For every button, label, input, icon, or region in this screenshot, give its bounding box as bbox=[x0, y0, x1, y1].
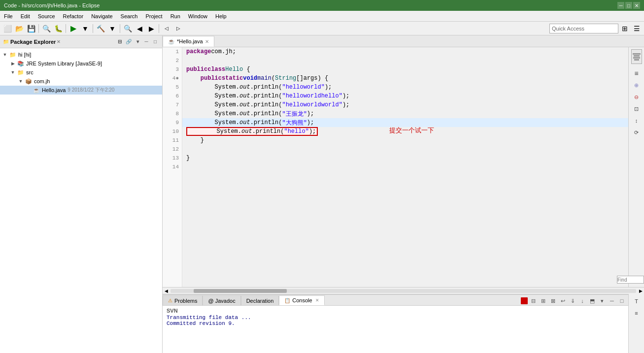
editor-area[interactable]: 1 2 3 4● 5 6 7 8 9 10 11 12 13 14 bbox=[163, 47, 628, 287]
editor-tab-close[interactable]: ✕ bbox=[205, 39, 209, 44]
code-line-2[interactable] bbox=[182, 56, 628, 65]
toolbar-prev-edit-btn[interactable]: ◁ bbox=[161, 23, 172, 34]
toolbar-search-btn[interactable]: 🔍 bbox=[122, 23, 133, 34]
menu-search[interactable]: Search bbox=[117, 11, 142, 21]
pkg-max-btn[interactable]: □ bbox=[151, 38, 159, 46]
rt-btn-5[interactable]: ↕ bbox=[631, 115, 642, 126]
tree-item-hellojava[interactable]: ▶ ☕ Hello.java 9 2018/1/22 下午2:20 bbox=[0, 86, 162, 95]
line-num-7: 7 bbox=[163, 100, 182, 109]
bottom-panel: ⚠ Problems @ Javadoc Declaration 📋 Conso… bbox=[163, 294, 644, 353]
toolbar-build-drop[interactable]: ▼ bbox=[107, 23, 118, 34]
rt-btn-4[interactable]: ⊡ bbox=[631, 103, 642, 114]
rt-outline-btn[interactable] bbox=[631, 49, 642, 64]
console-btn-6[interactable]: ↓ bbox=[578, 296, 587, 305]
code-line-5[interactable]: System.out.println("helloworld"); bbox=[182, 83, 628, 92]
code-line-8[interactable]: System.out.println("王振龙"); bbox=[182, 109, 628, 118]
tree-item-comjh[interactable]: ▼ 📦 com.jh bbox=[0, 77, 162, 86]
toolbar-view-btn[interactable]: ☰ bbox=[631, 23, 642, 34]
code-line-10[interactable]: System.out.println("hello"); 提交一个试一下 bbox=[182, 127, 628, 136]
pkg-menu-btn[interactable]: ▾ bbox=[134, 38, 141, 46]
code-line-12[interactable] bbox=[182, 145, 628, 154]
left-panel: 📁 Package Explorer ✕ ⊟ 🔗 ▾ ─ □ ▼ 📁 hi [h… bbox=[0, 35, 163, 353]
menu-source[interactable]: Source bbox=[34, 11, 59, 21]
console-btn-5[interactable]: ⇓ bbox=[568, 296, 577, 305]
bottom-tab-javadoc[interactable]: @ Javadoc bbox=[203, 295, 240, 305]
console-btn-3[interactable]: ⊠ bbox=[548, 296, 557, 305]
pkg-min-btn[interactable]: ─ bbox=[142, 38, 150, 46]
scroll-right-btn[interactable]: ▶ bbox=[637, 288, 644, 294]
menu-navigate[interactable]: Navigate bbox=[87, 11, 116, 21]
menu-help[interactable]: Help bbox=[211, 11, 231, 21]
code-line-4[interactable]: public static void main(String[]args) { bbox=[182, 74, 628, 83]
line-numbers: 1 2 3 4● 5 6 7 8 9 10 11 12 13 14 bbox=[163, 47, 182, 287]
code-line-11[interactable]: } bbox=[182, 136, 628, 145]
console-min-btn[interactable]: ─ bbox=[608, 296, 616, 305]
tree-item-jre[interactable]: ▶ 📚 JRE System Library [JavaSE-9] bbox=[0, 59, 162, 68]
toolbar-new-btn[interactable]: ⬜ bbox=[2, 23, 13, 34]
title-bar-controls[interactable]: ─ □ ✕ bbox=[617, 2, 640, 9]
toolbar-btn-2[interactable]: 🔍 bbox=[41, 23, 52, 34]
quick-access-box[interactable]: Quick Access bbox=[549, 24, 618, 33]
close-button[interactable]: ✕ bbox=[633, 2, 640, 9]
toolbar-back-btn[interactable]: ◀ bbox=[134, 23, 145, 34]
menu-edit[interactable]: Edit bbox=[17, 11, 34, 21]
toolbar-next-edit-btn[interactable]: ▷ bbox=[173, 23, 184, 34]
title-text: Code - hi/src/com/jh/Hello.java - Eclips… bbox=[4, 2, 100, 8]
console-stop-btn[interactable] bbox=[521, 297, 528, 304]
toolbar-save-btn[interactable]: 💾 bbox=[26, 23, 36, 34]
toolbar-run-drop[interactable]: ▼ bbox=[80, 23, 91, 34]
quick-access-label: Quick Access bbox=[552, 26, 584, 32]
code-line-13[interactable]: } bbox=[182, 154, 628, 162]
horizontal-scrollbar[interactable]: ◀ ▶ bbox=[163, 287, 644, 294]
rt-btn-2[interactable]: ⊕ bbox=[631, 80, 642, 91]
toolbar-build-btn[interactable]: 🔨 bbox=[95, 23, 106, 34]
menu-refactor[interactable]: Refactor bbox=[59, 11, 88, 21]
toolbar-perspective-btn[interactable]: ⊞ bbox=[619, 23, 630, 34]
pkg-collapse-btn[interactable]: ⊟ bbox=[116, 38, 124, 46]
minimize-button[interactable]: ─ bbox=[617, 2, 624, 9]
pkg-link-btn[interactable]: 🔗 bbox=[125, 38, 133, 46]
bottom-tab-console-close[interactable]: ✕ bbox=[315, 298, 319, 303]
toolbar-run-btn[interactable]: ▶ bbox=[68, 23, 79, 34]
br-btn-2[interactable]: ≡ bbox=[631, 308, 642, 319]
code-line-3[interactable]: public class Hello { bbox=[182, 65, 628, 74]
tree-icon-hi: 📁 bbox=[9, 51, 17, 59]
tree-item-src[interactable]: ▼ 📁 src bbox=[0, 68, 162, 77]
tree-icon-comjh: 📦 bbox=[25, 77, 33, 85]
bottom-right-bar: T ≡ bbox=[628, 294, 644, 353]
menu-project[interactable]: Project bbox=[141, 11, 166, 21]
br-btn-1[interactable]: T bbox=[631, 296, 642, 307]
console-btn-2[interactable]: ⊞ bbox=[539, 296, 547, 305]
console-btn-7[interactable]: ⬒ bbox=[588, 296, 597, 305]
code-area[interactable]: package com.jh; public class Hello { pub… bbox=[182, 47, 628, 287]
console-max-btn[interactable]: □ bbox=[617, 296, 626, 305]
editor-tab-hello[interactable]: ☕ *Hello.java ✕ bbox=[163, 36, 214, 47]
code-line-1[interactable]: package com.jh; bbox=[182, 47, 628, 56]
console-btn-8[interactable]: ▾ bbox=[598, 296, 607, 305]
console-btn-4[interactable]: ↩ bbox=[558, 296, 567, 305]
rt-btn-3[interactable]: ⊖ bbox=[631, 92, 642, 102]
console-btn-1[interactable]: ⊟ bbox=[529, 296, 538, 305]
console-line-2: Committed revision 9. bbox=[167, 321, 624, 326]
toolbar-sep-1 bbox=[38, 24, 39, 33]
menu-run[interactable]: Run bbox=[167, 11, 184, 21]
toolbar-forward-btn[interactable]: ▶ bbox=[146, 23, 157, 34]
code-line-14[interactable] bbox=[182, 162, 628, 171]
toolbar-debug-btn[interactable]: 🐛 bbox=[53, 23, 64, 34]
bottom-tab-console[interactable]: 📋 Console ✕ bbox=[279, 295, 324, 305]
scroll-track[interactable] bbox=[170, 289, 636, 293]
bottom-tab-problems[interactable]: ⚠ Problems bbox=[163, 295, 203, 305]
scroll-left-btn[interactable]: ◀ bbox=[163, 288, 169, 294]
rt-btn-6[interactable]: ⟳ bbox=[631, 127, 642, 138]
toolbar-open-btn[interactable]: 📂 bbox=[14, 23, 25, 34]
bottom-tab-declaration[interactable]: Declaration bbox=[241, 295, 279, 305]
toolbar: ⬜ 📂 💾 🔍 🐛 ▶ ▼ 🔨 ▼ 🔍 ◀ ▶ ◁ ▷ Quick Access… bbox=[0, 22, 644, 35]
code-line-7[interactable]: System.out.println("helloworldworld"); bbox=[182, 100, 628, 109]
maximize-button[interactable]: □ bbox=[625, 2, 632, 9]
menu-window[interactable]: Window bbox=[184, 11, 211, 21]
tree-item-hi[interactable]: ▼ 📁 hi [hi] bbox=[0, 50, 162, 59]
menu-file[interactable]: File bbox=[0, 11, 17, 21]
rt-btn-1[interactable]: ≡ bbox=[631, 68, 642, 79]
code-line-6[interactable]: System.out.println("helloworldhello"); bbox=[182, 92, 628, 100]
toolbar-sep-3 bbox=[93, 24, 93, 33]
